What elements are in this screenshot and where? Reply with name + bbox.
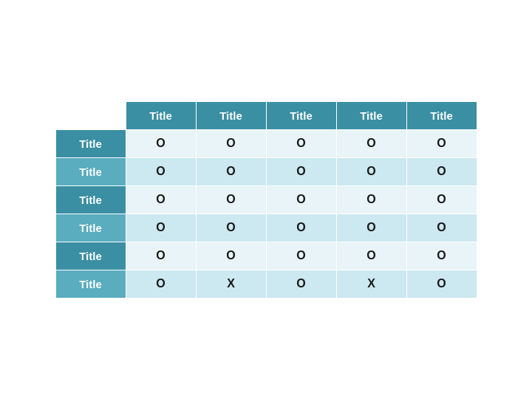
cell-r0-c2: O (266, 129, 336, 157)
cell-r1-c1: O (196, 157, 266, 185)
col-header-3: Title (266, 101, 336, 129)
cell-r0-c3: O (336, 129, 406, 157)
cell-r5-c0: O (126, 270, 196, 298)
cell-r1-c2: O (266, 157, 336, 185)
cell-r3-c4: O (406, 214, 477, 242)
col-header-2: Title (196, 101, 266, 129)
cell-r4-c0: O (126, 242, 196, 270)
cell-r5-c1: X (196, 270, 266, 298)
table-row: TitleOXOXO (55, 270, 477, 298)
table-row: TitleOOOOO (55, 157, 477, 185)
table-container: Title Title Title Title Title TitleOOOOO… (55, 101, 477, 299)
table-row: TitleOOOOO (55, 242, 477, 270)
cell-r5-c3: X (336, 270, 406, 298)
cell-r2-c0: O (126, 185, 196, 214)
cell-r3-c2: O (266, 214, 336, 242)
cell-r3-c3: O (336, 214, 406, 242)
cell-r1-c0: O (126, 157, 196, 185)
cell-r0-c1: O (196, 129, 266, 157)
row-header: Title (55, 242, 126, 270)
cell-r5-c4: O (406, 270, 477, 298)
cell-r4-c4: O (406, 242, 477, 270)
cell-r1-c4: O (406, 157, 477, 185)
table-row: TitleOOOOO (55, 129, 477, 157)
header-empty (55, 101, 126, 129)
cell-r3-c1: O (196, 214, 266, 242)
cell-r4-c3: O (336, 242, 406, 270)
cell-r2-c2: O (266, 185, 336, 214)
cell-r3-c0: O (126, 214, 196, 242)
cell-r0-c4: O (406, 129, 477, 157)
col-header-5: Title (406, 101, 477, 129)
table-row: TitleOOOOO (55, 214, 477, 242)
cell-r2-c1: O (196, 185, 266, 214)
table-row: TitleOOOOO (55, 185, 477, 214)
row-header: Title (55, 185, 126, 214)
col-header-4: Title (336, 101, 406, 129)
row-header: Title (55, 270, 126, 298)
comparison-table: Title Title Title Title Title TitleOOOOO… (55, 101, 477, 299)
cell-r2-c3: O (336, 185, 406, 214)
cell-r5-c2: O (266, 270, 336, 298)
cell-r0-c0: O (126, 129, 196, 157)
row-header: Title (55, 214, 126, 242)
cell-r1-c3: O (336, 157, 406, 185)
row-header: Title (55, 129, 126, 157)
cell-r2-c4: O (406, 185, 477, 214)
col-header-1: Title (126, 101, 196, 129)
header-row: Title Title Title Title Title (55, 101, 477, 129)
cell-r4-c1: O (196, 242, 266, 270)
cell-r4-c2: O (266, 242, 336, 270)
row-header: Title (55, 157, 126, 185)
